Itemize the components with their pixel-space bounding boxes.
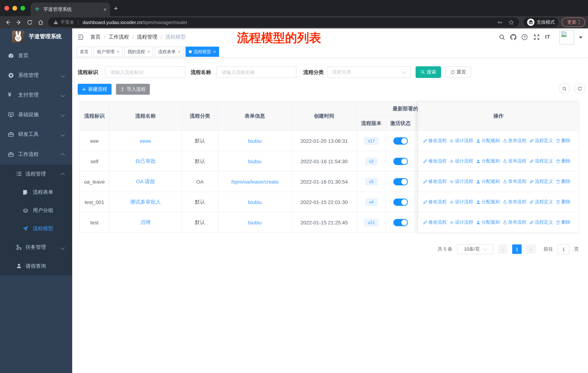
show-search-button[interactable] (559, 83, 570, 94)
window-minimize-button[interactable] (12, 6, 17, 10)
active-toggle[interactable] (393, 178, 408, 185)
tag-my-process[interactable]: 我的流程× (124, 47, 153, 57)
browser-menu-icon[interactable] (579, 20, 580, 24)
github-icon[interactable] (510, 34, 516, 40)
sidebar-item-infrastructure[interactable]: 基础设施 (0, 105, 72, 125)
goto-page-input[interactable] (558, 244, 569, 254)
security-label[interactable]: 不安全 (61, 19, 74, 25)
trash-action[interactable]: 删除 (556, 219, 570, 225)
gear-action[interactable]: 设计流程 (450, 158, 473, 164)
tag-home[interactable]: 首页 (77, 47, 92, 57)
active-toggle[interactable] (393, 158, 408, 165)
prev-page-button[interactable]: ‹ (498, 244, 507, 254)
gear-action[interactable]: 设计流程 (450, 179, 473, 185)
sidebar-item-workflow[interactable]: 工作流程 (0, 144, 72, 165)
tag-close-icon[interactable]: × (117, 49, 119, 54)
category-select[interactable]: 流程分类 (327, 66, 410, 78)
update-label[interactable]: 更新 (567, 19, 577, 26)
edit-action[interactable]: 修改流程 (423, 138, 447, 144)
update-button[interactable]: 更新 (562, 18, 585, 27)
user-action[interactable]: 分配规则 (476, 138, 500, 144)
user-action[interactable]: 分配规则 (476, 219, 500, 225)
process-name-link[interactable]: 滔博 (140, 219, 151, 226)
trash-action[interactable]: 删除 (556, 158, 570, 164)
sidebar-item-leave-query[interactable]: 请假查询 (0, 257, 72, 275)
fullscreen-icon[interactable] (533, 34, 540, 40)
next-page-button[interactable]: › (526, 244, 536, 254)
form-info-link[interactable]: /bpm/oa/leave/create (231, 179, 279, 184)
form-info-link[interactable]: biubiu (248, 158, 262, 164)
link-action[interactable]: 流程定义 (529, 199, 553, 205)
avatar-caret-icon[interactable] (579, 36, 583, 39)
font-size-icon[interactable]: tT (545, 33, 550, 40)
page-size-select[interactable]: 10条/页 (457, 244, 493, 254)
process-id-input[interactable] (110, 69, 180, 75)
avatar[interactable] (560, 30, 574, 44)
active-toggle[interactable] (393, 198, 408, 206)
publish-action[interactable]: 发布流程 (503, 219, 526, 225)
import-process-button[interactable]: 导入流程 (116, 84, 150, 95)
user-action[interactable]: 分配规则 (476, 179, 500, 185)
gear-action[interactable]: 设计流程 (450, 199, 473, 205)
sidebar-item-process-model[interactable]: 流程模型 (0, 220, 72, 238)
tag-close-icon[interactable]: × (213, 49, 216, 54)
active-toggle[interactable] (393, 219, 408, 226)
refresh-button[interactable] (574, 83, 585, 94)
sidebar-item-dev-tools[interactable]: 研发工具 (0, 125, 72, 144)
active-toggle[interactable] (393, 137, 408, 144)
gear-action[interactable]: 设计流程 (450, 219, 473, 225)
tag-process-form[interactable]: 流程表单× (155, 47, 184, 57)
breadcrumb-home[interactable]: 首页 (90, 34, 101, 40)
edit-action[interactable]: 修改流程 (423, 219, 447, 225)
trash-action[interactable]: 删除 (556, 199, 570, 205)
browser-tab[interactable]: 芋道管理系统 × (31, 2, 110, 16)
back-icon[interactable] (5, 19, 11, 25)
process-name-link[interactable]: eeee (140, 138, 151, 144)
sidebar-item-system[interactable]: 系统管理 (0, 66, 72, 85)
sidebar-item-process-form[interactable]: 流程表单 (0, 183, 72, 202)
search-button[interactable]: 搜索 (416, 66, 441, 78)
tab-close-icon[interactable]: × (104, 7, 106, 12)
breadcrumb-workflow[interactable]: 工作流程 (109, 34, 129, 40)
tag-close-icon[interactable]: × (147, 49, 150, 54)
form-info-link[interactable]: biubiu (248, 220, 262, 225)
logo-row[interactable]: 芋道管理系统 (0, 28, 72, 46)
publish-action[interactable]: 发布流程 (503, 199, 526, 205)
trash-action[interactable]: 删除 (556, 179, 570, 185)
gear-action[interactable]: 设计流程 (450, 138, 473, 144)
new-tab-button[interactable]: + (114, 4, 118, 13)
publish-action[interactable]: 发布流程 (503, 138, 526, 144)
link-action[interactable]: 流程定义 (529, 219, 553, 225)
reload-icon[interactable] (27, 19, 33, 25)
sidebar-fold-icon[interactable] (77, 34, 84, 40)
window-zoom-button[interactable] (21, 6, 25, 10)
user-action[interactable]: 分配规则 (476, 199, 500, 205)
form-info-link[interactable]: biubiu (248, 199, 262, 205)
help-icon[interactable]: ? (521, 34, 528, 40)
process-name-link[interactable]: 测试多审批人 (130, 199, 161, 205)
process-name-link[interactable]: OA 请假 (136, 178, 155, 185)
bookmark-star-icon[interactable] (509, 20, 514, 25)
edit-action[interactable]: 修改流程 (423, 179, 447, 185)
tag-close-icon[interactable]: × (178, 49, 180, 54)
search-icon[interactable] (499, 34, 505, 40)
edit-action[interactable]: 修改流程 (423, 158, 447, 164)
forward-icon[interactable] (16, 19, 22, 25)
home-icon[interactable] (38, 19, 44, 25)
create-process-button[interactable]: 新建流程 (78, 84, 112, 95)
form-info-link[interactable]: biubiu (248, 138, 262, 144)
sidebar-item-user-group[interactable]: 用户分组 (0, 202, 72, 220)
tag-process-model[interactable]: 流程模型× (186, 47, 219, 57)
edit-action[interactable]: 修改流程 (423, 199, 447, 205)
publish-action[interactable]: 发布流程 (503, 158, 526, 164)
trash-action[interactable]: 删除 (556, 138, 570, 144)
user-action[interactable]: 分配规则 (476, 158, 500, 164)
page-1-button[interactable]: 1 (512, 244, 522, 254)
window-close-button[interactable] (4, 6, 9, 10)
reset-button[interactable]: 重置 (445, 66, 471, 78)
sidebar-item-payment[interactable]: ¥ 支付管理 (0, 85, 72, 105)
process-name-link[interactable]: 自己审批 (135, 158, 156, 164)
link-action[interactable]: 流程定义 (529, 158, 553, 164)
sidebar-item-home[interactable]: 首页 (0, 46, 72, 66)
breadcrumb-process-management[interactable]: 流程管理 (137, 34, 158, 40)
